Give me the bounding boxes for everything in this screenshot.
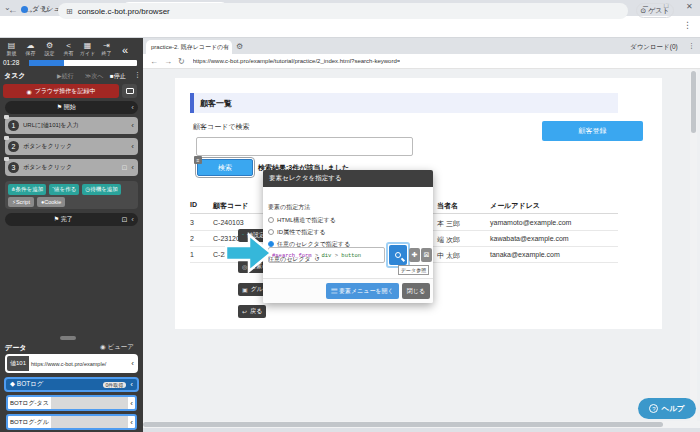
scrollbar-thumb[interactable] — [691, 71, 696, 133]
make-value-button[interactable]: “値を作る — [49, 184, 79, 195]
window-close-icon[interactable]: ✕ — [686, 2, 693, 11]
test-selector-button[interactable] — [389, 245, 407, 265]
downloads-menu-icon[interactable]: ⋮ — [688, 42, 695, 50]
bot-log-field-task[interactable]: BOTログ-タス ‹ — [6, 395, 137, 411]
horizontal-scrollbar[interactable] — [143, 421, 700, 428]
selector-id-token: #search_form — [272, 252, 312, 259]
address-bar[interactable]: ⊞ console.c-bot.pro/browser — [58, 3, 628, 19]
tooltip: データ参照 — [398, 265, 429, 275]
chevron-left-icon[interactable]: ‹ — [131, 142, 134, 151]
field-input[interactable] — [51, 416, 128, 428]
bot-log-field-group[interactable]: BOTログ-グル ‹ — [6, 414, 137, 430]
pick-element-button[interactable]: ✚ — [409, 248, 420, 262]
gear-icon: ⚙ — [40, 41, 59, 50]
reload-icon[interactable]: ↻ — [41, 4, 49, 15]
selector-tag-token: button — [341, 252, 361, 259]
flag-icon: ⚑ — [57, 104, 62, 110]
chevron-left-icon[interactable]: ‹ — [131, 359, 134, 368]
forward-icon[interactable]: → — [24, 4, 34, 15]
inner-back-icon[interactable]: ← — [150, 57, 158, 66]
field-input[interactable] — [51, 397, 128, 409]
inner-reload-icon[interactable]: ↻ — [178, 57, 185, 66]
selector-dialog: 要素セレクタを指定する 要素の指定方法 HTML構造で指定する ID属性で指定す… — [263, 170, 433, 303]
back-icon[interactable]: ← — [8, 4, 18, 15]
recording-button[interactable]: ◉ ブラウザ操作を記録中 — [3, 84, 119, 98]
search-button[interactable]: 検索 — [197, 159, 253, 176]
viewer-button[interactable]: ◉ ビューア — [100, 343, 134, 352]
clear-icon: ⊠ — [424, 251, 430, 259]
new-file-icon: ▤ — [2, 41, 21, 50]
step-card-1[interactable]: 1 URLに[値101]を入力 ‹ — [5, 117, 138, 134]
address-url: console.c-bot.pro/browser — [78, 7, 170, 16]
collapse-sidebar-icon[interactable]: « — [122, 44, 128, 56]
next-button[interactable]: ≫次へ — [85, 72, 103, 81]
add-condition-button[interactable]: ⋔条件を追加 — [8, 184, 46, 195]
dialog-header[interactable]: 要素セレクタを指定する — [263, 170, 433, 187]
guest-label: ゲスト — [648, 6, 670, 16]
radio-id-attribute[interactable]: ID属性で指定する — [268, 228, 428, 237]
guest-profile-chip[interactable]: ⊙ ゲスト — [636, 3, 674, 18]
inner-url[interactable]: https://www.c-bot.pro/example/tutorial/p… — [193, 58, 401, 64]
elapsed-timer: 01:28 — [3, 59, 19, 66]
task-menu-icon[interactable]: ⋮ — [134, 71, 141, 79]
step-card-2[interactable]: 2 ボタンをクリック ‹ — [5, 138, 138, 155]
panel-resize-handle[interactable] — [60, 336, 76, 340]
record-icon: ◉ — [27, 88, 32, 95]
chevron-left-icon[interactable]: ‹ — [130, 380, 133, 389]
inner-forward-icon[interactable]: → — [164, 57, 172, 66]
data-item-value: https://www.c-bot.pro/example/ — [29, 361, 129, 367]
context-menu-item-back[interactable]: ↩ 戻る — [238, 305, 266, 318]
pointer-arrow-icon — [225, 231, 273, 275]
scrollbar-thumb[interactable] — [143, 422, 663, 427]
toolbar-item-guide[interactable]: ▦ガイド — [78, 41, 97, 56]
cookie-button[interactable]: ●Cookie — [37, 197, 65, 207]
task-label: タスク — [4, 71, 26, 81]
screenshot-panel-button[interactable] — [122, 84, 137, 98]
section-done[interactable]: ⚑ 完了 ⊡ ‹ — [5, 213, 138, 226]
chevron-left-icon[interactable]: ‹ — [131, 215, 134, 224]
script-button[interactable]: ⚡Script — [8, 197, 34, 207]
downloads-label[interactable]: ダウンロード(0) — [630, 43, 678, 52]
clear-selector-button[interactable]: ⊠ — [421, 248, 432, 262]
tab-gear-icon[interactable]: ⚙ — [236, 42, 243, 51]
col-header-email: メールアドレス — [490, 201, 540, 211]
col-header-id: ID — [190, 201, 197, 208]
data-item-value101[interactable]: 値101 https://www.c-bot.pro/example/ ‹ — [5, 354, 138, 373]
progress-bar — [29, 60, 137, 66]
customer-code-input[interactable] — [196, 137, 413, 156]
selector-input[interactable]: #search_form > div > button — [268, 247, 385, 263]
bot-log-group[interactable]: ◆ BOTログ 0件取得 ‹ — [4, 377, 139, 392]
page-title-band: 顧客一覧 — [190, 93, 618, 113]
toolbar-item-settings[interactable]: ⚙設定 — [40, 41, 59, 56]
toolbar-item-share[interactable]: <共有 — [59, 41, 78, 56]
back-arrow-icon: ↩ — [242, 308, 247, 315]
step-card-3[interactable]: 3 ボタンをクリック ⊡ ‹ — [5, 159, 138, 176]
inner-nav-bar: ← → ↻ https://www.c-bot.pro/example/tuto… — [143, 54, 700, 69]
register-button[interactable]: 顧客登録 — [542, 121, 643, 141]
add-wait-button[interactable]: ◷待機を追加 — [82, 184, 120, 195]
close-dialog-button[interactable]: 閉じる — [402, 283, 430, 299]
progress-fill — [29, 60, 64, 66]
chrome-menu-icon[interactable]: ⋮ — [683, 20, 692, 30]
toolbar-item-new[interactable]: ▤新規 — [2, 41, 21, 56]
open-element-menu-button[interactable]: ▤ 要素メニューを開く — [326, 283, 398, 299]
chevron-left-icon[interactable]: ‹ — [130, 399, 133, 408]
inner-browser-tab[interactable]: practice-2. 既存レコードの有 — [146, 40, 232, 54]
app-window: ⌄ ダッシュボード | クラウドBOT ✕ ブラウザ | クラウドBOT ✕ ＋… — [0, 0, 700, 432]
site-info-icon[interactable]: ⊞ — [66, 7, 73, 16]
chevron-left-icon[interactable]: ‹ — [131, 103, 134, 112]
vertical-scrollbar[interactable] — [690, 69, 697, 421]
chevron-left-icon[interactable]: ‹ — [131, 121, 134, 130]
chevron-left-icon[interactable]: ‹ — [131, 163, 134, 172]
toolbar-item-save[interactable]: ☁保存 — [21, 41, 40, 56]
camera-icon: ⊡ — [121, 164, 127, 172]
stop-button[interactable]: ■停止 — [110, 72, 126, 81]
chevron-left-icon[interactable]: ‹ — [130, 418, 133, 427]
radio-html-structure[interactable]: HTML構造で指定する — [268, 216, 428, 225]
help-button[interactable]: ? ヘルプ — [638, 398, 696, 419]
section-start[interactable]: ⚑ 開始 ‹ — [5, 101, 138, 114]
toolbar-item-exit[interactable]: ⇥終了 — [97, 41, 116, 56]
radio-icon — [268, 217, 274, 223]
chrome-toolbar — [0, 16, 700, 38]
resume-button[interactable]: ▶続行 — [57, 72, 74, 81]
